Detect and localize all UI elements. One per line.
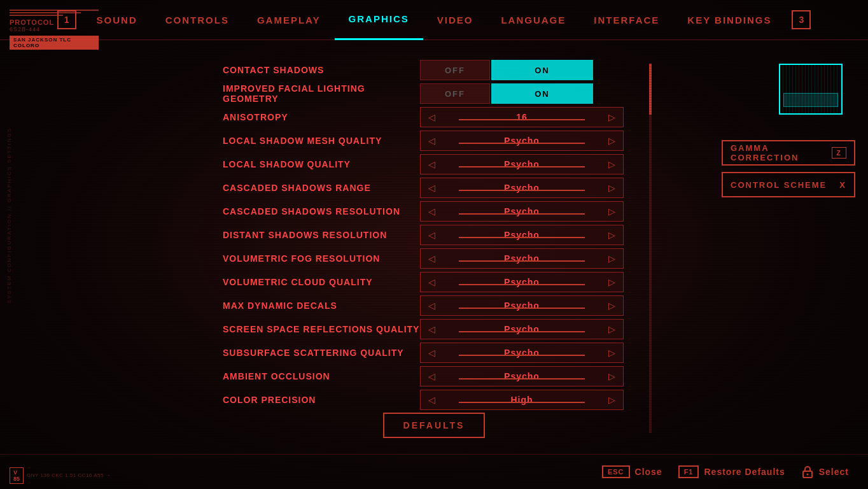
gamma-key-badge: Z xyxy=(832,147,846,159)
main-content: Contact Shadows OFF ON Improved Facial L… xyxy=(127,40,690,451)
slider-left-cascaded-res[interactable]: ◁ xyxy=(421,202,443,221)
toggle-facial-lighting: OFF ON xyxy=(420,83,624,104)
slider-right-shadow-quality[interactable]: ▷ xyxy=(601,155,623,174)
slider-right-cascaded-res[interactable]: ▷ xyxy=(601,202,623,221)
slider-left-color-precision[interactable]: ◁ xyxy=(421,390,443,409)
slider-right-sss[interactable]: ▷ xyxy=(601,343,623,362)
setting-label-shadow-mesh: Local Shadow Mesh Quality xyxy=(223,136,420,146)
slider-right-color-precision[interactable]: ▷ xyxy=(601,390,623,409)
slider-right-vol-cloud[interactable]: ▷ xyxy=(601,273,623,292)
setting-row-contact-shadows: Contact Shadows OFF ON xyxy=(223,59,671,81)
slider-text-shadow-mesh: Psycho xyxy=(504,136,540,146)
defaults-button[interactable]: DEFAULTS xyxy=(383,413,485,438)
slider-value-shadow-quality: Psycho xyxy=(443,159,601,169)
setting-row-shadow-quality: Local Shadow Quality ◁ Psycho ▷ xyxy=(223,153,671,175)
slider-bar-distant-shadows xyxy=(459,237,585,238)
slider-right-ssr[interactable]: ▷ xyxy=(601,320,623,339)
slider-value-distant-shadows: Psycho xyxy=(443,230,601,240)
slider-value-sss: Psycho xyxy=(443,348,601,358)
slider-bar-cascaded-res xyxy=(459,213,585,215)
slider-left-distant-shadows[interactable]: ◁ xyxy=(421,225,443,244)
setting-row-decals: Max Dynamic Decals ◁ Psycho ▷ xyxy=(223,295,671,316)
setting-row-shadow-mesh: Local Shadow Mesh Quality ◁ Psycho ▷ xyxy=(223,130,671,152)
setting-label-color-precision: Color Precision xyxy=(223,395,420,405)
slider-sss: ◁ Psycho ▷ xyxy=(420,343,624,363)
slider-bar-color-precision xyxy=(459,402,585,403)
slider-bar-shadow-quality xyxy=(459,166,585,167)
slider-bar-vol-fog xyxy=(459,260,585,262)
toggle-off-facial-lighting[interactable]: OFF xyxy=(420,83,490,104)
slider-right-shadow-mesh[interactable]: ▷ xyxy=(601,131,623,150)
bottom-bar: V85 GNY 130 CKC 1.51 CC10 A55 → ESC Clos… xyxy=(0,454,868,489)
slider-right-decals[interactable]: ▷ xyxy=(601,296,623,315)
setting-label-vol-fog: Volumetric Fog Resolution xyxy=(223,253,420,264)
slider-text-cascaded-res: Psycho xyxy=(504,206,540,216)
slider-bar-anisotropy xyxy=(459,119,585,120)
preview-box xyxy=(779,64,843,115)
slider-cascaded-res: ◁ Psycho ▷ xyxy=(420,201,624,222)
slider-left-sss[interactable]: ◁ xyxy=(421,343,443,362)
left-side-text: SYSTEM CONFIGURATION // GRAPHICS SETTING… xyxy=(6,127,13,304)
slider-right-distant-shadows[interactable]: ▷ xyxy=(601,225,623,244)
slider-ao: ◁ Psycho ▷ xyxy=(420,366,624,386)
setting-label-cascaded-range: Cascaded Shadows Range xyxy=(223,183,420,193)
nav-interface[interactable]: INTERFACE xyxy=(580,0,673,40)
f1-key-icon: F1 xyxy=(678,465,699,478)
setting-row-anisotropy: Anisotropy ◁ 16 ▷ xyxy=(223,106,671,128)
nav-sound[interactable]: SOUND xyxy=(83,0,151,40)
slider-left-decals[interactable]: ◁ xyxy=(421,296,443,315)
slider-left-anisotropy[interactable]: ◁ xyxy=(421,108,443,127)
setting-row-color-precision: Color Precision ◁ High ▷ xyxy=(223,389,671,411)
slider-bar-sss xyxy=(459,355,585,356)
nav-key-bindings[interactable]: KEY BINDINGS xyxy=(673,0,785,40)
slider-left-shadow-quality[interactable]: ◁ xyxy=(421,155,443,174)
slider-right-anisotropy[interactable]: ▷ xyxy=(601,108,623,127)
slider-value-color-precision: High xyxy=(443,395,601,405)
slider-left-vol-cloud[interactable]: ◁ xyxy=(421,273,443,292)
esc-key-icon: ESC xyxy=(602,465,630,478)
setting-row-cascaded-range: Cascaded Shadows Range ◁ Psycho ▷ xyxy=(223,177,671,199)
slider-left-ssr[interactable]: ◁ xyxy=(421,320,443,339)
nav-video[interactable]: VIDEO xyxy=(423,0,487,40)
slider-right-cascaded-range[interactable]: ▷ xyxy=(601,178,623,197)
slider-text-vol-fog: Psycho xyxy=(504,253,540,264)
toggle-on-contact-shadows[interactable]: ON xyxy=(491,60,593,80)
slider-value-anisotropy: 16 xyxy=(443,112,601,122)
slider-text-color-precision: High xyxy=(510,395,533,405)
setting-row-distant-shadows: Distant Shadows Resolution ◁ Psycho ▷ xyxy=(223,224,671,246)
slider-left-ao[interactable]: ◁ xyxy=(421,367,443,386)
setting-row-vol-fog: Volumetric Fog Resolution ◁ Psycho ▷ xyxy=(223,248,671,269)
setting-label-anisotropy: Anisotropy xyxy=(223,112,420,122)
setting-label-contact-shadows: Contact Shadows xyxy=(223,65,420,75)
close-action[interactable]: ESC Close xyxy=(602,465,662,478)
slider-left-shadow-mesh[interactable]: ◁ xyxy=(421,131,443,150)
control-scheme-key-badge: X xyxy=(839,180,846,190)
slider-right-vol-fog[interactable]: ▷ xyxy=(601,249,623,268)
toggle-off-contact-shadows[interactable]: OFF xyxy=(420,60,490,80)
setting-label-shadow-quality: Local Shadow Quality xyxy=(223,159,420,169)
control-scheme-button[interactable]: CONTROL SCHEME X xyxy=(722,172,855,197)
slider-right-ao[interactable]: ▷ xyxy=(601,367,623,386)
slider-left-vol-fog[interactable]: ◁ xyxy=(421,249,443,268)
slider-value-ssr: Psycho xyxy=(443,324,601,334)
nav-controls[interactable]: CONTROLS xyxy=(151,0,243,40)
setting-row-facial-lighting: Improved Facial Lighting Geometry OFF ON xyxy=(223,83,671,104)
restore-defaults-action[interactable]: F1 Restore Defaults xyxy=(678,465,785,478)
toggle-on-facial-lighting[interactable]: ON xyxy=(491,83,593,104)
slider-left-cascaded-range[interactable]: ◁ xyxy=(421,178,443,197)
slider-shadow-mesh: ◁ Psycho ▷ xyxy=(420,131,624,151)
nav-graphics[interactable]: GRAPHICS xyxy=(335,0,423,40)
nav-language[interactable]: LANGUAGE xyxy=(487,0,580,40)
gamma-correction-label: GAMMA CORRECTION xyxy=(731,143,832,162)
slider-value-shadow-mesh: Psycho xyxy=(443,136,601,146)
gamma-correction-button[interactable]: GAMMA CORRECTION Z xyxy=(722,140,855,166)
slider-color-precision: ◁ High ▷ xyxy=(420,390,624,410)
select-action[interactable]: Select xyxy=(801,465,849,479)
nav-gameplay[interactable]: GAMEPLAY xyxy=(243,0,335,40)
slider-text-ao: Psycho xyxy=(504,371,540,381)
slider-text-anisotropy: 16 xyxy=(516,112,528,122)
setting-row-ao: Ambient Occlusion ◁ Psycho ▷ xyxy=(223,365,671,387)
slider-value-cascaded-range: Psycho xyxy=(443,183,601,193)
lock-icon xyxy=(801,465,814,479)
control-scheme-label: CONTROL SCHEME xyxy=(731,180,827,190)
